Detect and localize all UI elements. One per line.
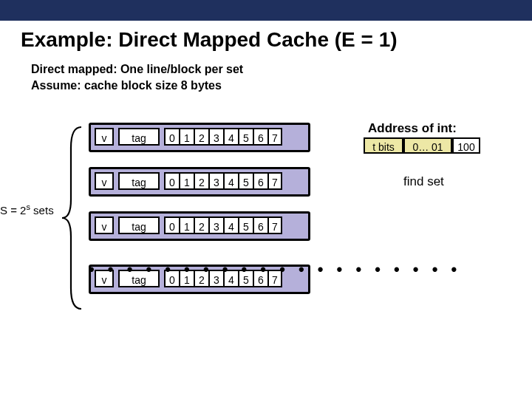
byte-cell: 6: [253, 128, 267, 146]
tag-cell: tag: [118, 172, 160, 190]
byte-cell: 1: [179, 216, 194, 234]
slide-title: Example: Direct Mapped Cache (E = 1): [21, 28, 532, 52]
byte-cells: 0 1 2 3 4 5 6 7: [164, 128, 282, 146]
find-set-label: find set: [403, 174, 444, 189]
subtitle-1: Direct mapped: One line/block per set: [31, 62, 532, 77]
address-fields: t bits 0… 01 100: [364, 137, 480, 154]
byte-cell: 7: [267, 128, 282, 146]
byte-cell: 2: [194, 128, 208, 146]
byte-cell: 0: [164, 216, 179, 234]
addr-tbits: t bits: [364, 137, 403, 154]
cache-rows: v tag 0 1 2 3 4 5 6 7 v tag: [89, 123, 310, 309]
byte-cell: 4: [223, 128, 238, 146]
byte-cell: 3: [208, 128, 223, 146]
byte-cell: 7: [267, 216, 282, 234]
byte-cell: 5: [238, 216, 253, 234]
subtitle-2: Assume: cache block size 8 bytes: [31, 78, 532, 93]
byte-cell: 3: [208, 216, 223, 234]
title-bar: [0, 0, 532, 21]
tag-cell: tag: [118, 128, 160, 146]
byte-cells: 0 1 2 3 4 5 6 7: [164, 172, 282, 190]
byte-cell: 7: [267, 172, 282, 190]
tag-cell: tag: [118, 216, 160, 234]
byte-cells: 0 1 2 3 4 5 6 7: [164, 216, 282, 234]
addr-set: 0… 01: [403, 137, 452, 154]
valid-cell: v: [95, 172, 114, 190]
byte-cell: 4: [223, 216, 238, 234]
diagram-stage: S = 2s sets v tag 0 1 2 3 4 5 6 7: [0, 123, 532, 374]
ellipsis-dots: • • • • • • • • • • • • • • • • • • • •: [89, 260, 461, 279]
byte-cell: 5: [238, 172, 253, 190]
byte-cell: 1: [179, 128, 194, 146]
brace-icon: [61, 126, 83, 310]
byte-cell: 1: [179, 172, 194, 190]
cache-set-row: v tag 0 1 2 3 4 5 6 7: [89, 167, 310, 197]
byte-cell: 2: [194, 172, 208, 190]
cache-set-row: v tag 0 1 2 3 4 5 6 7: [89, 211, 310, 241]
byte-cell: 0: [164, 172, 179, 190]
address-title: Address of int:: [368, 121, 457, 136]
byte-cell: 3: [208, 172, 223, 190]
byte-cell: 2: [194, 216, 208, 234]
byte-cell: 5: [238, 128, 253, 146]
addr-offset: 100: [452, 137, 480, 154]
byte-cell: 0: [164, 128, 179, 146]
sets-label: S = 2s sets: [0, 202, 54, 216]
byte-cell: 4: [223, 172, 238, 190]
valid-cell: v: [95, 128, 114, 146]
cache-set-row: v tag 0 1 2 3 4 5 6 7: [89, 123, 310, 152]
valid-cell: v: [95, 216, 114, 234]
byte-cell: 6: [253, 172, 267, 190]
byte-cell: 6: [253, 216, 267, 234]
